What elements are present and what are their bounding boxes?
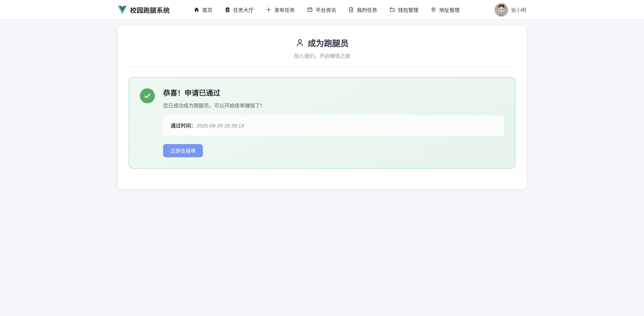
nav-item-wallet[interactable]: 钱包管理 [390, 0, 418, 19]
divider [129, 67, 515, 67]
result-message: 您已成功成为跑腿员，可以开始接单赚钱了！ [163, 102, 504, 109]
main-nav: 首页 任务大厅 发布任务 [194, 0, 460, 19]
wallet-icon [390, 7, 395, 12]
top-navbar: 校园跑腿系统 首页 任务大厅 [0, 0, 644, 19]
news-icon [307, 7, 313, 12]
nav-item-task-hall[interactable]: 任务大厅 [225, 0, 254, 19]
page-title: 成为跑腿员 [129, 37, 515, 49]
nav-item-addresses[interactable]: 地址管理 [430, 0, 460, 19]
go-take-orders-button[interactable]: 立即去接单 [163, 144, 203, 158]
approval-time-value: 2025-09-29 18:38:19 [197, 123, 244, 129]
nav-item-my-tasks[interactable]: 我的任务 [348, 0, 377, 19]
approval-time-box: 通过时间：2025-09-29 18:38:19 [163, 115, 504, 136]
card-header: 成为跑腿员 加入我们，开启赚钱之旅 [129, 37, 515, 59]
nav-item-label: 任务大厅 [233, 6, 254, 13]
nav-item-label: 我的任务 [357, 6, 377, 13]
main-content: 成为跑腿员 加入我们，开启赚钱之旅 恭喜！申请已通过 您已成功成为跑腿员，可以开… [118, 26, 526, 189]
nav-item-label: 发布任务 [274, 6, 295, 13]
location-icon [430, 7, 436, 12]
brand-name: 校园跑腿系统 [130, 5, 170, 14]
user-icon [296, 38, 304, 47]
page-title-text: 成为跑腿员 [308, 37, 348, 49]
nav-item-label: 首页 [202, 6, 212, 13]
become-runner-card: 成为跑腿员 加入我们，开启赚钱之旅 恭喜！申请已通过 您已成功成为跑腿员，可以开… [118, 26, 526, 189]
nav-item-publish-task[interactable]: 发布任务 [266, 0, 295, 19]
nav-item-home[interactable]: 首页 [194, 0, 212, 19]
user-name: 张小明 [511, 6, 526, 13]
my-tasks-icon [348, 7, 354, 12]
page-subtitle: 加入我们，开启赚钱之旅 [129, 52, 515, 59]
plus-icon [266, 7, 272, 12]
nav-item-label: 地址管理 [439, 6, 460, 13]
approval-time-label: 通过时间： [170, 123, 196, 129]
check-circle-icon [140, 88, 155, 103]
nav-item-platform-news[interactable]: 平台资讯 [307, 0, 336, 19]
result-heading: 恭喜！申请已通过 [163, 88, 504, 98]
approval-panel-body: 恭喜！申请已通过 您已成功成为跑腿员，可以开始接单赚钱了！ 通过时间：2025-… [163, 88, 504, 158]
task-hall-icon [225, 7, 230, 12]
brand[interactable]: 校园跑腿系统 [118, 5, 170, 14]
navbar-inner: 校园跑腿系统 首页 任务大厅 [118, 0, 526, 19]
vue-logo-icon [118, 5, 127, 14]
app-viewport: 校园跑腿系统 首页 任务大厅 [0, 0, 644, 316]
check-icon [143, 92, 152, 100]
avatar [494, 3, 508, 16]
user-menu[interactable]: 张小明 [494, 3, 526, 16]
nav-item-label: 钱包管理 [398, 6, 418, 13]
nav-item-label: 平台资讯 [316, 6, 336, 13]
approval-success-panel: 恭喜！申请已通过 您已成功成为跑腿员，可以开始接单赚钱了！ 通过时间：2025-… [129, 77, 515, 169]
cartoon-boy-avatar-icon [494, 3, 508, 16]
home-icon [194, 7, 200, 12]
